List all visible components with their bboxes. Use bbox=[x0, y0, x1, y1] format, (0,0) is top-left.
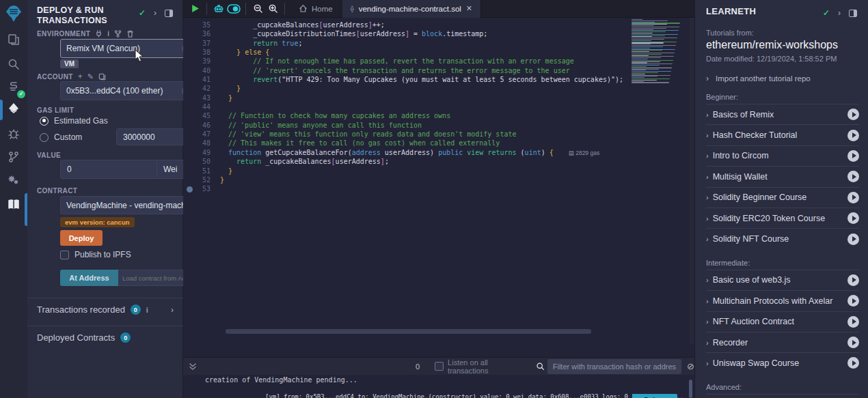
line-number[interactable]: 49 bbox=[183, 148, 211, 157]
contract-select[interactable]: VendingMachine - vending-machin bbox=[60, 196, 198, 214]
environment-select[interactable]: Remix VM (Cancun) ⇅ bbox=[60, 39, 198, 58]
tutorial-item[interactable]: ›Solidity ERC20 Token Course bbox=[706, 208, 859, 228]
play-tutorial-button[interactable] bbox=[847, 109, 859, 120]
listen-checkbox[interactable] bbox=[435, 362, 444, 371]
terminal-scrollbar[interactable] bbox=[689, 380, 692, 398]
code-line[interactable]: 36 _cupcakeDistributionTimes[userAddress… bbox=[183, 29, 689, 38]
line-number[interactable]: 43 bbox=[183, 94, 211, 102]
line-number[interactable]: 35 bbox=[183, 20, 211, 29]
line-number[interactable]: 48 bbox=[183, 139, 211, 147]
collapse-terminal-icon[interactable] bbox=[186, 359, 200, 374]
git-icon[interactable] bbox=[5, 149, 22, 165]
tutorial-item[interactable]: ›Basics of Remix bbox=[706, 104, 859, 124]
edit-icon[interactable]: ✎ bbox=[87, 72, 94, 81]
line-number[interactable]: 41 bbox=[183, 75, 211, 84]
horizontal-scrollbar[interactable] bbox=[226, 329, 591, 334]
pin-panel-icon[interactable] bbox=[849, 10, 857, 17]
code-line[interactable]: 50 return _cupcakeBalances[userAddress]; bbox=[183, 157, 689, 166]
tutorial-item[interactable]: ›All about Proxy Contracts bbox=[706, 394, 859, 398]
play-tutorial-button[interactable] bbox=[847, 316, 859, 328]
line-number[interactable]: 50 bbox=[183, 157, 211, 166]
code-line[interactable]: 42 } bbox=[183, 84, 689, 93]
code-line[interactable]: 40 // 'revert' cancels the transaction a… bbox=[183, 66, 689, 75]
publish-ipfs-checkbox[interactable] bbox=[60, 251, 69, 259]
zoom-out-icon[interactable] bbox=[250, 1, 265, 16]
code-line[interactable]: 35 _cupcakeBalances[userAddress]++; bbox=[183, 20, 689, 29]
line-number[interactable]: 46 bbox=[183, 121, 211, 130]
plugin-settings-icon[interactable] bbox=[5, 172, 22, 188]
transactions-recorded-section[interactable]: Transactions recorded 0 i › bbox=[27, 298, 183, 321]
transaction-filter-input[interactable] bbox=[547, 359, 681, 374]
code-line[interactable]: 38 } else { bbox=[183, 48, 689, 57]
tutorial-item[interactable]: ›Uniswap Swap Course bbox=[706, 352, 859, 373]
ai-robot-icon[interactable] bbox=[211, 1, 226, 16]
plus-icon[interactable]: + bbox=[78, 72, 83, 81]
editor-scrollbar[interactable] bbox=[690, 18, 694, 344]
debugger-icon[interactable] bbox=[5, 126, 22, 142]
learneth-book-icon[interactable] bbox=[5, 197, 22, 213]
solidity-compiler-icon[interactable]: ✓ bbox=[5, 79, 22, 96]
copy-icon[interactable] bbox=[98, 73, 106, 81]
play-tutorial-button[interactable] bbox=[847, 130, 859, 141]
line-number[interactable]: 37 bbox=[183, 39, 211, 48]
line-number[interactable]: 38 bbox=[183, 48, 211, 57]
zoom-in-icon[interactable] bbox=[265, 1, 280, 16]
tutorial-item[interactable]: ›Basic use of web3.js bbox=[706, 270, 859, 290]
value-input[interactable]: 0 bbox=[60, 160, 157, 179]
play-tutorial-button[interactable] bbox=[847, 357, 859, 369]
code-line[interactable]: 47 // 'view' means this function only re… bbox=[183, 130, 689, 139]
estimated-gas-radio[interactable] bbox=[40, 117, 49, 126]
line-number[interactable]: 53 bbox=[183, 184, 211, 193]
editor-minimap[interactable] bbox=[632, 19, 689, 85]
copilot-toggle-icon[interactable] bbox=[226, 1, 241, 16]
remix-logo[interactable] bbox=[4, 4, 23, 23]
deploy-run-icon[interactable] bbox=[5, 101, 22, 117]
play-tutorial-button[interactable] bbox=[847, 274, 859, 286]
code-line[interactable]: 44 bbox=[183, 102, 689, 111]
code-line[interactable]: 51 } bbox=[183, 167, 689, 175]
delete-icon[interactable] bbox=[126, 30, 134, 38]
fork-icon[interactable] bbox=[114, 30, 122, 38]
debug-button[interactable]: Debug bbox=[632, 394, 677, 398]
pin-panel-icon[interactable] bbox=[165, 10, 173, 17]
play-tutorial-button[interactable] bbox=[847, 192, 859, 203]
tutorial-item[interactable]: ›NFT Auction Contract bbox=[706, 311, 859, 332]
code-line[interactable]: 46 // 'public' means anyone can call thi… bbox=[183, 121, 689, 130]
play-tutorial-button[interactable] bbox=[847, 212, 859, 224]
code-line[interactable]: 48 // This makes it free to call (no gas… bbox=[183, 139, 689, 147]
tutorial-item[interactable]: ›Intro to Circom bbox=[706, 145, 859, 166]
file-explorer-icon[interactable] bbox=[5, 31, 22, 48]
line-number[interactable]: 39 bbox=[183, 57, 211, 66]
search-icon[interactable] bbox=[533, 359, 547, 374]
tutorial-item[interactable]: ›Solidity Beginner Course bbox=[706, 187, 859, 208]
play-tutorial-button[interactable] bbox=[847, 233, 859, 245]
code-line[interactable]: 53 bbox=[183, 184, 689, 193]
panel-expand-icon[interactable]: › bbox=[154, 8, 157, 18]
code-line[interactable]: 45 // Function to check how many cupcake… bbox=[183, 111, 689, 120]
tab-home[interactable]: Home bbox=[289, 0, 342, 18]
line-number[interactable]: 52 bbox=[183, 175, 211, 184]
play-icon[interactable] bbox=[187, 1, 202, 16]
custom-gas-radio[interactable] bbox=[40, 133, 49, 142]
import-tutorial-repo[interactable]: › Import another tutorial repo bbox=[706, 74, 859, 83]
code-editor[interactable]: 35 _cupcakeBalances[userAddress]++;36 _c… bbox=[183, 18, 694, 344]
panel-expand-icon[interactable]: › bbox=[838, 8, 841, 18]
tutorial-item[interactable]: ›Recorder bbox=[706, 332, 859, 352]
code-line[interactable]: 39 // If not enough time has passed, rev… bbox=[183, 57, 689, 66]
tab-vending-machine-contract[interactable]: ⟠ vending-machine-contract.sol ✕ bbox=[342, 0, 481, 18]
expand-transactions-icon[interactable]: › bbox=[171, 305, 174, 315]
line-number[interactable]: 36 bbox=[183, 29, 211, 38]
line-number[interactable]: 45 bbox=[183, 111, 211, 120]
tutorial-item[interactable]: ›Multisig Wallet bbox=[706, 166, 859, 186]
tutorial-item[interactable]: ›Solidity NFT Course bbox=[706, 228, 859, 248]
info-icon[interactable]: i bbox=[146, 306, 148, 314]
plug-icon[interactable] bbox=[95, 30, 103, 38]
at-address-button[interactable]: At Address bbox=[60, 270, 118, 286]
search-icon[interactable] bbox=[5, 56, 22, 72]
play-tutorial-button[interactable] bbox=[847, 150, 859, 162]
code-line[interactable]: 41 revert("HTTP 429: Too Many Cupcakes (… bbox=[183, 75, 689, 84]
line-number[interactable]: 47 bbox=[183, 130, 211, 139]
code-line[interactable]: 43 } bbox=[183, 94, 689, 102]
code-line[interactable]: 52} bbox=[183, 175, 689, 184]
line-number[interactable]: 40 bbox=[183, 66, 211, 75]
